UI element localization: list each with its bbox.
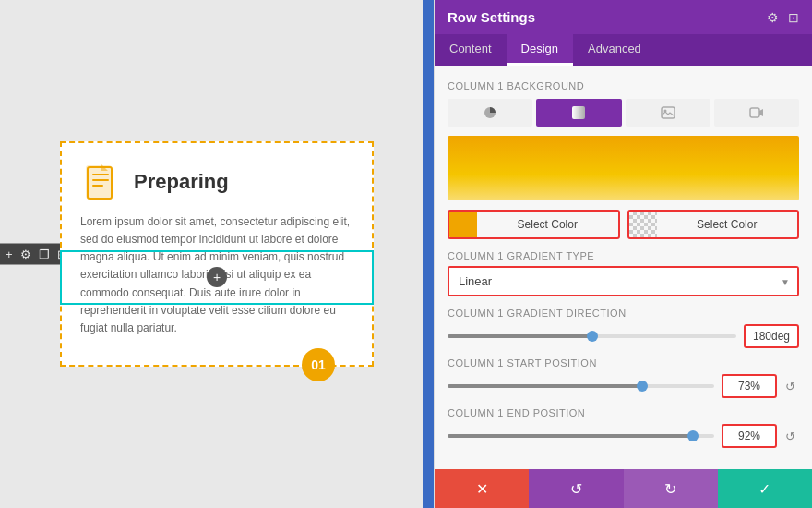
start-position-fill [448, 384, 642, 388]
svg-rect-4 [662, 107, 675, 118]
start-position-thumb[interactable] [637, 381, 648, 392]
cancel-button[interactable]: ✕ [435, 469, 529, 508]
tab-design[interactable]: Design [507, 34, 573, 66]
bg-type-video[interactable] [714, 99, 799, 127]
color-fill-icon [483, 105, 497, 120]
bg-type-selector [448, 99, 799, 127]
canvas-area: + ⚙ ❐ ⊞ ⏻ ✕ + Preparing Lorem ipsum dolo… [0, 0, 434, 508]
gradient-direction-label: Column 1 Gradient Direction [448, 308, 799, 319]
end-position-input[interactable] [722, 424, 777, 448]
start-position-input-wrap: ↺ [722, 374, 799, 398]
gradient-direction-group: Column 1 Gradient Direction [448, 308, 799, 348]
reset-button[interactable]: ↺ [529, 469, 623, 508]
video-icon [749, 105, 764, 120]
color-label-2: Select Color [657, 218, 798, 231]
reset-icon: ↺ [570, 480, 582, 498]
document-icon [80, 162, 121, 202]
svg-rect-3 [572, 106, 585, 119]
panel-body: Column 1 Background [435, 66, 812, 469]
end-position-group: Column 1 End Position ↺ [448, 407, 799, 448]
end-position-fill [448, 434, 693, 438]
end-position-thumb[interactable] [687, 430, 699, 441]
gradient-direction-input-wrap [744, 324, 799, 348]
module-title: Preparing [134, 170, 229, 194]
image-icon [661, 105, 675, 120]
color-label-1: Select Color [477, 218, 618, 231]
start-position-controls: ↺ [448, 374, 799, 398]
end-position-reset[interactable]: ↺ [781, 427, 799, 445]
bg-type-color[interactable] [448, 99, 532, 127]
bg-type-gradient[interactable] [536, 99, 621, 127]
start-position-input[interactable] [722, 374, 777, 398]
gradient-direction-track[interactable] [448, 334, 736, 338]
start-position-track[interactable] [448, 384, 714, 388]
gradient-preview [448, 136, 799, 200]
end-position-input-wrap: ↺ [722, 424, 799, 448]
gradient-type-label: Column 1 Gradient Type [448, 250, 799, 261]
blue-side-strip [423, 0, 434, 508]
collapse-icon[interactable]: ⊡ [788, 10, 799, 25]
cancel-icon: ✕ [476, 480, 488, 498]
tab-advanced[interactable]: Advanced [573, 34, 656, 66]
settings-icon[interactable]: ⚙ [20, 248, 31, 261]
gradient-direction-fill [448, 334, 592, 338]
color-swatch-2 [629, 212, 657, 237]
gradient-direction-thumb[interactable] [587, 331, 598, 342]
bg-type-image[interactable] [626, 99, 710, 127]
color-selector-1[interactable]: Select Color [448, 210, 620, 239]
tab-content[interactable]: Content [435, 34, 507, 66]
gradient-type-select-wrapper: Linear Radial ▼ [448, 266, 799, 296]
gradient-type-select[interactable]: Linear Radial [449, 268, 797, 295]
color-selector-2[interactable]: Select Color [627, 210, 800, 239]
redo-icon: ↻ [664, 480, 676, 498]
panel-header: Row Settings ⚙ ⊡ [435, 0, 812, 34]
save-button[interactable]: ✓ [718, 469, 812, 508]
module-header: Preparing [80, 162, 353, 202]
save-icon: ✓ [758, 480, 770, 498]
panel-title: Row Settings [448, 9, 535, 25]
start-position-group: Column 1 Start Position ↺ [448, 357, 799, 398]
gradient-direction-controls [448, 324, 799, 348]
start-position-reset[interactable]: ↺ [781, 377, 799, 395]
end-position-track[interactable] [448, 434, 714, 438]
svg-rect-0 [86, 165, 112, 199]
panel-footer: ✕ ↺ ↻ ✓ [435, 469, 812, 508]
content-module: + Preparing Lorem ipsum dolor sit amet, … [60, 141, 374, 367]
gradient-icon [571, 105, 586, 120]
end-position-label: Column 1 End Position [448, 407, 799, 418]
redo-button[interactable]: ↻ [624, 469, 718, 508]
gradient-type-group: Column 1 Gradient Type Linear Radial ▼ [448, 250, 799, 296]
color-swatch-1 [449, 212, 477, 237]
duplicate-icon[interactable]: ❐ [39, 248, 50, 261]
add-icon[interactable]: + [6, 248, 13, 261]
settings-panel: Row Settings ⚙ ⊡ Content Design Advanced… [434, 0, 812, 508]
add-element-button[interactable]: + [207, 267, 227, 287]
tab-bar: Content Design Advanced [435, 34, 812, 66]
end-position-controls: ↺ [448, 424, 799, 448]
svg-rect-6 [750, 108, 759, 117]
gradient-direction-input[interactable] [744, 324, 799, 348]
start-position-label: Column 1 Start Position [448, 357, 799, 369]
settings-header-icon[interactable]: ⚙ [767, 10, 779, 25]
header-actions: ⚙ ⊡ [767, 10, 799, 25]
bg-section-label: Column 1 Background [448, 80, 799, 91]
color-selector-row: Select Color Select Color [448, 210, 799, 239]
number-badge: 01 [302, 348, 335, 381]
